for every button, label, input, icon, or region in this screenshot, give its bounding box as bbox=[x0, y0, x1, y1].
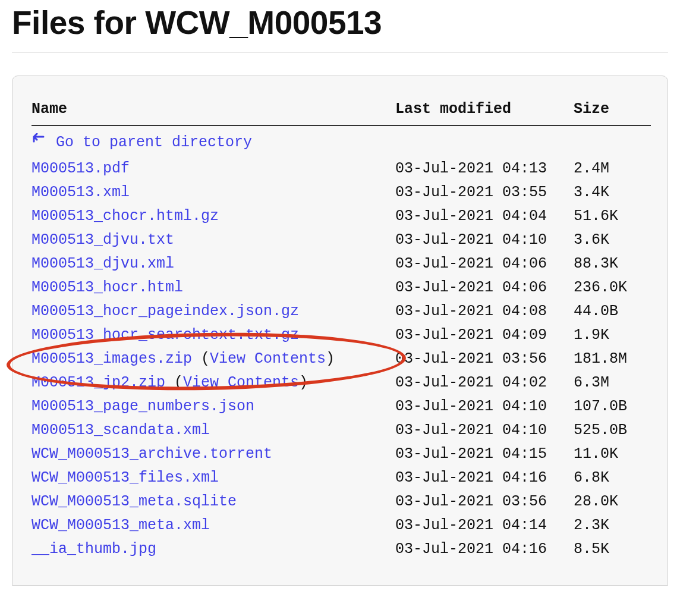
file-link[interactable]: __ia_thumb.jpg bbox=[32, 540, 156, 558]
table-row: M000513.xml03-Jul-2021 03:553.4K bbox=[32, 181, 651, 205]
file-modified: 03-Jul-2021 04:15 bbox=[395, 442, 574, 466]
file-modified: 03-Jul-2021 04:10 bbox=[395, 419, 574, 442]
file-name-cell: M000513_djvu.xml bbox=[32, 252, 395, 276]
file-link[interactable]: M000513_djvu.txt bbox=[32, 231, 174, 249]
file-size: 525.0B bbox=[574, 419, 651, 442]
column-header-modified: Last modified bbox=[395, 98, 574, 125]
file-modified: 03-Jul-2021 04:10 bbox=[395, 395, 574, 419]
file-link[interactable]: M000513_jp2.zip bbox=[32, 374, 165, 391]
file-modified: 03-Jul-2021 03:56 bbox=[395, 347, 574, 371]
table-row: M000513_djvu.xml03-Jul-2021 04:0688.3K bbox=[32, 252, 651, 276]
file-name-cell: M000513.pdf bbox=[32, 157, 395, 181]
file-name-cell: M000513_scandata.xml bbox=[32, 419, 395, 442]
file-size: 107.0B bbox=[574, 395, 651, 419]
file-listing: Name Last modified Size Go to parent dir… bbox=[32, 98, 651, 561]
file-name-cell: M000513_jp2.zip (View Contents) bbox=[32, 371, 395, 395]
file-modified: 03-Jul-2021 04:08 bbox=[395, 300, 574, 323]
view-contents-link[interactable]: View Contents bbox=[183, 374, 299, 391]
file-listing-panel: Name Last modified Size Go to parent dir… bbox=[12, 76, 668, 586]
table-row: M000513_hocr_pageindex.json.gz03-Jul-202… bbox=[32, 300, 651, 323]
file-name-cell: WCW_M000513_files.xml bbox=[32, 466, 395, 490]
file-link[interactable]: M000513_hocr_searchtext.txt.gz bbox=[32, 326, 299, 344]
file-modified: 03-Jul-2021 04:06 bbox=[395, 252, 574, 276]
table-row: __ia_thumb.jpg03-Jul-2021 04:168.5K bbox=[32, 538, 651, 561]
file-link[interactable]: WCW_M000513_meta.xml bbox=[32, 517, 210, 534]
table-row: M000513_jp2.zip (View Contents)03-Jul-20… bbox=[32, 371, 651, 395]
file-size: 181.8M bbox=[574, 347, 651, 371]
file-modified: 03-Jul-2021 04:02 bbox=[395, 371, 574, 395]
parent-directory-link[interactable]: Go to parent directory bbox=[56, 134, 252, 151]
table-row: M000513_chocr.html.gz03-Jul-2021 04:0451… bbox=[32, 205, 651, 228]
column-headers: Name Last modified Size bbox=[32, 98, 651, 130]
up-arrow-icon bbox=[32, 132, 47, 156]
file-link[interactable]: M000513_images.zip bbox=[32, 350, 192, 367]
file-link[interactable]: M000513_page_numbers.json bbox=[32, 398, 254, 415]
view-contents-link[interactable]: View Contents bbox=[210, 350, 326, 367]
file-size: 11.0K bbox=[574, 442, 651, 466]
file-name-cell: __ia_thumb.jpg bbox=[32, 538, 395, 561]
table-row: M000513_page_numbers.json03-Jul-2021 04:… bbox=[32, 395, 651, 419]
file-link[interactable]: M000513_hocr_pageindex.json.gz bbox=[32, 303, 299, 320]
file-name-cell: M000513.xml bbox=[32, 181, 395, 205]
file-size: 6.3M bbox=[574, 371, 651, 395]
file-name-cell: WCW_M000513_meta.sqlite bbox=[32, 490, 395, 514]
file-name-cell: M000513_hocr.html bbox=[32, 276, 395, 300]
column-header-name: Name bbox=[32, 98, 395, 125]
file-size: 3.6K bbox=[574, 228, 651, 252]
file-link[interactable]: M000513_hocr.html bbox=[32, 279, 183, 296]
divider bbox=[12, 52, 668, 53]
table-row: WCW_M000513_archive.torrent03-Jul-2021 0… bbox=[32, 442, 651, 466]
file-size: 2.4M bbox=[574, 157, 651, 181]
table-row: WCW_M000513_files.xml03-Jul-2021 04:166.… bbox=[32, 466, 651, 490]
file-name-cell: M000513_djvu.txt bbox=[32, 228, 395, 252]
file-modified: 03-Jul-2021 04:09 bbox=[395, 323, 574, 347]
file-size: 1.9K bbox=[574, 323, 651, 347]
file-name-cell: M000513_images.zip (View Contents) bbox=[32, 347, 395, 371]
table-row: WCW_M000513_meta.sqlite03-Jul-2021 03:56… bbox=[32, 490, 651, 514]
file-link[interactable]: M000513_chocr.html.gz bbox=[32, 208, 219, 225]
file-modified: 03-Jul-2021 04:04 bbox=[395, 205, 574, 228]
file-modified: 03-Jul-2021 04:10 bbox=[395, 228, 574, 252]
file-size: 8.5K bbox=[574, 538, 651, 561]
table-row: M000513_hocr_searchtext.txt.gz03-Jul-202… bbox=[32, 323, 651, 347]
file-size: 3.4K bbox=[574, 181, 651, 205]
file-modified: 03-Jul-2021 04:06 bbox=[395, 276, 574, 300]
file-size: 28.0K bbox=[574, 490, 651, 514]
column-header-size: Size bbox=[574, 98, 651, 125]
file-size: 6.8K bbox=[574, 466, 651, 490]
file-link[interactable]: M000513_scandata.xml bbox=[32, 422, 210, 439]
table-row: M000513_images.zip (View Contents)03-Jul… bbox=[32, 347, 651, 371]
file-modified: 03-Jul-2021 04:16 bbox=[395, 538, 574, 561]
file-name-cell: M000513_page_numbers.json bbox=[32, 395, 395, 419]
file-size: 44.0B bbox=[574, 300, 651, 323]
file-size: 88.3K bbox=[574, 252, 651, 276]
file-modified: 03-Jul-2021 03:55 bbox=[395, 181, 574, 205]
file-modified: 03-Jul-2021 04:13 bbox=[395, 157, 574, 181]
file-link[interactable]: WCW_M000513_files.xml bbox=[32, 469, 219, 486]
file-size: 2.3K bbox=[574, 514, 651, 538]
file-name-cell: M000513_chocr.html.gz bbox=[32, 205, 395, 228]
table-row: M000513_djvu.txt03-Jul-2021 04:103.6K bbox=[32, 228, 651, 252]
table-row: M000513.pdf03-Jul-2021 04:132.4M bbox=[32, 157, 651, 181]
table-row: M000513_hocr.html03-Jul-2021 04:06236.0K bbox=[32, 276, 651, 300]
file-name-cell: WCW_M000513_archive.torrent bbox=[32, 442, 395, 466]
file-name-cell: M000513_hocr_pageindex.json.gz bbox=[32, 300, 395, 323]
file-link[interactable]: WCW_M000513_archive.torrent bbox=[32, 445, 272, 463]
file-modified: 03-Jul-2021 04:16 bbox=[395, 466, 574, 490]
file-link[interactable]: M000513.pdf bbox=[32, 160, 130, 177]
file-modified: 03-Jul-2021 04:14 bbox=[395, 514, 574, 538]
file-size: 51.6K bbox=[574, 205, 651, 228]
file-name-cell: M000513_hocr_searchtext.txt.gz bbox=[32, 323, 395, 347]
table-row: WCW_M000513_meta.xml03-Jul-2021 04:142.3… bbox=[32, 514, 651, 538]
file-link[interactable]: M000513.xml bbox=[32, 184, 130, 201]
file-modified: 03-Jul-2021 03:56 bbox=[395, 490, 574, 514]
file-link[interactable]: WCW_M000513_meta.sqlite bbox=[32, 493, 237, 510]
page-title: Files for WCW_M000513 bbox=[12, 4, 668, 42]
file-link[interactable]: M000513_djvu.xml bbox=[32, 255, 174, 272]
parent-directory-row: Go to parent directory bbox=[32, 131, 651, 156]
table-row: M000513_scandata.xml03-Jul-2021 04:10525… bbox=[32, 419, 651, 442]
file-name-cell: WCW_M000513_meta.xml bbox=[32, 514, 395, 538]
file-size: 236.0K bbox=[574, 276, 651, 300]
